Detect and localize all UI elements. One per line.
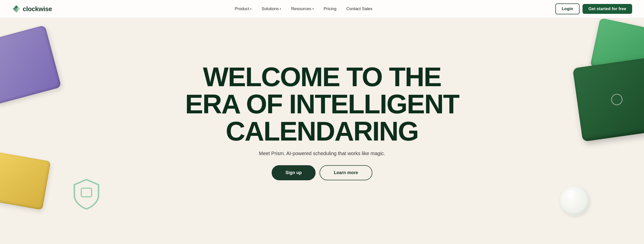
yellow-key-decor	[0, 152, 51, 210]
hero-section: WELCOME TO THE ERA OF INTELLIGENT CALEND…	[0, 18, 644, 230]
nav-pricing[interactable]: Pricing	[320, 4, 340, 13]
navbar-actions: Login Get started for free	[555, 4, 632, 14]
learn-more-button[interactable]: Learn more	[320, 165, 372, 180]
nav-menu: Product ▾ Solutions ▾ Resources ▾ Pricin…	[231, 4, 376, 13]
shield-decor	[69, 176, 104, 211]
get-started-button[interactable]: Get started for free	[582, 4, 632, 14]
nav-product[interactable]: Product ▾	[231, 4, 256, 13]
navbar: clockwise Product ▾ Solutions ▾ Resource…	[0, 0, 644, 18]
login-button[interactable]: Login	[555, 4, 580, 14]
nav-contact-sales[interactable]: Contact Sales	[342, 4, 376, 13]
nav-resources[interactable]: Resources ▾	[287, 4, 318, 13]
purple-key-decor	[0, 25, 62, 105]
hero-cta-group: Sign up Learn more	[272, 165, 372, 180]
svg-rect-0	[81, 188, 92, 197]
product-chevron-icon: ▾	[250, 8, 252, 10]
green-dark-key-decor	[573, 57, 644, 142]
hero-subtitle: Meet Prism. AI-powered scheduling that w…	[259, 151, 385, 156]
resources-chevron-icon: ▾	[312, 8, 314, 10]
solutions-chevron-icon: ▾	[280, 8, 281, 10]
brand-name: clockwise	[23, 5, 52, 13]
clockwise-logo-icon	[12, 4, 21, 13]
nav-solutions[interactable]: Solutions ▾	[258, 4, 285, 13]
hero-title: WELCOME TO THE ERA OF INTELLIGENT CALEND…	[185, 63, 459, 145]
signup-button[interactable]: Sign up	[272, 165, 316, 180]
logo-area[interactable]: clockwise	[12, 4, 52, 13]
crystal-decor	[560, 186, 590, 216]
